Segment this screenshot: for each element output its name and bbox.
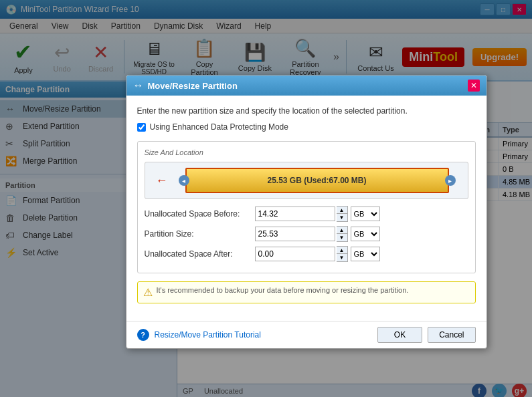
unallocated-before-unit[interactable]: GBMB (351, 207, 380, 221)
unallocated-after-up[interactable]: ▲ (337, 247, 347, 254)
help-link-text: Resize/Move Partition Tutorial (155, 330, 261, 340)
modal-checkbox-row: Using Enhanced Data Protecting Mode (137, 122, 476, 132)
modal-description: Enter the new partition size and specify… (137, 106, 476, 116)
unallocated-before-up[interactable]: ▲ (337, 207, 347, 214)
ok-button[interactable]: OK (377, 327, 422, 343)
unallocated-before-spinner: ▲ ▼ (337, 206, 348, 222)
warning-icon: ⚠ (143, 286, 153, 299)
unallocated-after-down[interactable]: ▼ (337, 254, 347, 261)
enhanced-mode-checkbox[interactable] (137, 123, 146, 132)
modal-body: Enter the new partition size and specify… (126, 96, 486, 321)
arrow-left-icon: ← (156, 174, 168, 188)
partition-size-up[interactable]: ▲ (337, 227, 347, 234)
help-link[interactable]: Resize/Move Partition Tutorial (155, 330, 261, 340)
partition-fill: 25.53 GB (Used:67.00 MB) (185, 168, 449, 193)
unallocated-after-label: Unallocated Space After: (145, 249, 255, 259)
unallocated-after-spinner: ▲ ▼ (337, 246, 348, 262)
modal-footer: ? Resize/Move Partition Tutorial OK Canc… (126, 321, 486, 348)
modal-overlay: ↔ Move/Resize Partition ✕ Enter the new … (0, 0, 532, 397)
partition-size-label: Partition Size: (145, 229, 255, 239)
slider-handle-left[interactable]: ◂ (179, 175, 189, 186)
unallocated-before-down[interactable]: ▼ (337, 214, 347, 221)
partition-size-down[interactable]: ▼ (337, 234, 347, 241)
section-title: Size And Location (145, 148, 468, 156)
unallocated-after-row: Unallocated Space After: ▲ ▼ GBMB (145, 246, 468, 262)
modal-title: Move/Resize Partition (148, 81, 238, 91)
warning-text: It's recommended to backup your data bef… (157, 286, 409, 294)
modal-header-icon: ↔ (133, 80, 144, 92)
enhanced-mode-label: Using Enhanced Data Protecting Mode (150, 122, 288, 132)
unallocated-before-label: Unallocated Space Before: (145, 209, 255, 219)
help-icon: ? (137, 329, 149, 341)
partition-size-unit[interactable]: GBMB (351, 227, 380, 241)
unallocated-before-input[interactable] (255, 207, 335, 221)
unallocated-after-input[interactable] (255, 247, 335, 261)
modal-header: ↔ Move/Resize Partition ✕ (126, 76, 486, 96)
modal-close-button[interactable]: ✕ (468, 80, 480, 92)
partition-size-display: 25.53 GB (Used:67.00 MB) (267, 176, 366, 185)
partition-slider-area: ← ◂ 25.53 GB (Used:67.00 MB) ▸ (145, 162, 468, 199)
partition-size-input[interactable] (255, 227, 335, 241)
cancel-button[interactable]: Cancel (428, 327, 475, 343)
unallocated-before-row: Unallocated Space Before: ▲ ▼ GBMB (145, 206, 468, 222)
partition-size-row: Partition Size: ▲ ▼ GBMB (145, 226, 468, 242)
unallocated-after-unit[interactable]: GBMB (351, 247, 380, 261)
partition-size-spinner: ▲ ▼ (337, 226, 348, 242)
modal-dialog: ↔ Move/Resize Partition ✕ Enter the new … (126, 75, 487, 349)
warning-row: ⚠ It's recommended to backup your data b… (137, 281, 476, 303)
slider-handle-right[interactable]: ▸ (445, 175, 456, 186)
size-location-section: Size And Location ← ◂ 25.53 GB (Used:67.… (137, 141, 476, 273)
